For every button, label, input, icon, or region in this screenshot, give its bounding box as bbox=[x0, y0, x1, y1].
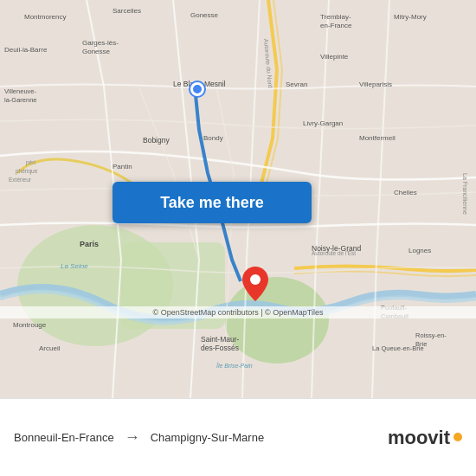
svg-text:Montrouge: Montrouge bbox=[13, 321, 47, 329]
svg-text:Brie: Brie bbox=[415, 340, 427, 348]
svg-text:péri: péri bbox=[26, 159, 35, 166]
svg-point-47 bbox=[250, 274, 261, 285]
svg-text:Arcueil: Arcueil bbox=[39, 344, 61, 352]
svg-text:Paris: Paris bbox=[80, 240, 99, 248]
svg-text:phérique: phérique bbox=[16, 168, 38, 175]
svg-text:La Francilienne: La Francilienne bbox=[462, 173, 468, 215]
svg-text:Sevran: Sevran bbox=[286, 80, 307, 88]
map-attribution: © OpenStreetMap contributors | © OpenMap… bbox=[0, 306, 476, 318]
map-container: Montmorency Sarcelles Gonesse Tremblay- … bbox=[0, 0, 476, 398]
svg-text:Villepinte: Villepinte bbox=[320, 53, 349, 61]
moovit-logo: moovit bbox=[388, 427, 462, 449]
svg-text:Villeparisis: Villeparisis bbox=[359, 80, 392, 88]
route-arrow-icon: → bbox=[125, 428, 140, 447]
svg-text:Tremblay-: Tremblay- bbox=[320, 13, 351, 21]
svg-text:en-France: en-France bbox=[320, 22, 352, 29]
bottom-bar: Bonneuil-En-France → Champigny-Sur-Marne… bbox=[0, 398, 476, 476]
svg-text:Bondy: Bondy bbox=[203, 134, 223, 142]
origin-pin bbox=[190, 82, 204, 96]
moovit-brand-text: moovit bbox=[388, 427, 450, 449]
svg-text:Roissy-en-: Roissy-en- bbox=[415, 331, 447, 339]
svg-text:La Seine: La Seine bbox=[61, 262, 88, 270]
svg-text:Deuil-la-Barre: Deuil-la-Barre bbox=[4, 46, 48, 54]
svg-text:Pantin: Pantin bbox=[113, 163, 132, 170]
svg-text:Villeneuve-: Villeneuve- bbox=[4, 87, 36, 95]
svg-text:Gonesse: Gonesse bbox=[190, 11, 219, 19]
svg-text:Montmorency: Montmorency bbox=[24, 13, 66, 21]
route-info: Bonneuil-En-France → Champigny-Sur-Marne bbox=[14, 428, 388, 447]
svg-text:Extérieur: Extérieur bbox=[9, 177, 32, 183]
svg-text:Garges-lès-: Garges-lès- bbox=[82, 39, 119, 47]
svg-text:la-Garenne: la-Garenne bbox=[4, 96, 37, 104]
svg-text:Chelles: Chelles bbox=[394, 189, 417, 196]
svg-text:Île Brise-Pain: Île Brise-Pain bbox=[216, 362, 253, 369]
svg-text:Autoroute de l'Est: Autoroute de l'Est bbox=[312, 250, 356, 256]
origin-label: Bonneuil-En-France bbox=[14, 431, 114, 444]
svg-text:des-Fossés: des-Fossés bbox=[201, 344, 239, 352]
svg-text:Gonesse: Gonesse bbox=[82, 48, 111, 55]
svg-text:Sarcelles: Sarcelles bbox=[113, 7, 141, 15]
svg-text:Bobigny: Bobigny bbox=[143, 136, 170, 145]
moovit-dot bbox=[453, 433, 462, 441]
svg-text:Mitry-Mory: Mitry-Mory bbox=[394, 13, 427, 21]
svg-text:Lognes: Lognes bbox=[408, 247, 431, 254]
svg-text:Livry-Gargan: Livry-Gargan bbox=[303, 119, 343, 127]
destination-label: Champigny-Sur-Marne bbox=[151, 431, 265, 444]
destination-pin bbox=[242, 267, 268, 305]
take-me-there-button[interactable]: Take me there bbox=[113, 182, 312, 223]
svg-text:Saint-Maur-: Saint-Maur- bbox=[201, 335, 240, 344]
svg-text:Montfermeil: Montfermeil bbox=[359, 134, 396, 142]
